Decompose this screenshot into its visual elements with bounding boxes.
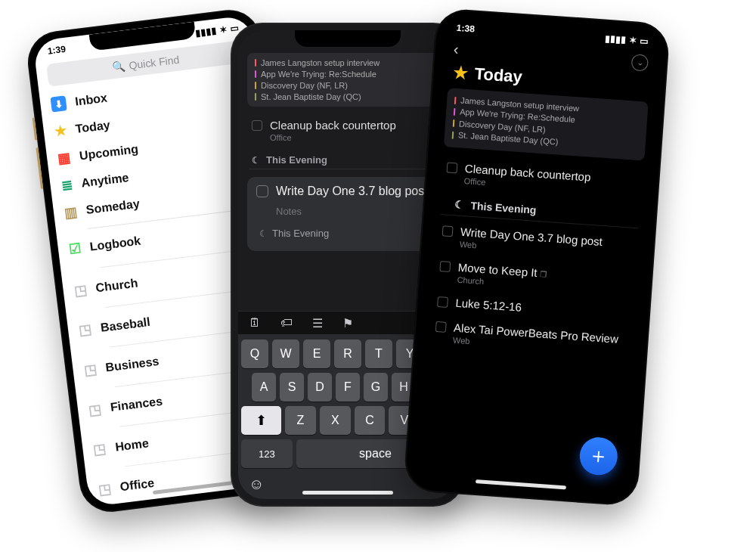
checkbox[interactable]: [439, 261, 451, 272]
signal-icon: ▮▮▮▮: [605, 33, 627, 45]
key-a[interactable]: A: [252, 373, 276, 402]
star-icon: ★: [453, 63, 469, 83]
task-title: Luke 5:12-16: [455, 296, 522, 313]
battery-icon: ▭: [229, 23, 239, 34]
checkbox[interactable]: [435, 321, 447, 332]
wifi-icon: ✶: [629, 35, 637, 46]
key-q[interactable]: Q: [241, 340, 268, 368]
area-label: Finances: [110, 395, 163, 414]
key-t[interactable]: T: [365, 340, 392, 368]
key-w[interactable]: W: [272, 340, 299, 368]
title-label: Today: [474, 64, 523, 87]
editor-notes-placeholder[interactable]: Notes: [256, 198, 439, 228]
calendar-icon: ▦: [57, 149, 72, 167]
key-s[interactable]: S: [280, 373, 304, 402]
key-123[interactable]: 123: [241, 439, 293, 468]
wifi-icon: ✶: [218, 24, 228, 36]
editor-title-input[interactable]: Write Day One 3.7 blog post: [276, 185, 428, 198]
area-icon: ◳: [98, 480, 113, 498]
sidebar-item-label: Upcoming: [79, 142, 139, 163]
add-task-button[interactable]: ＋: [578, 436, 618, 476]
sidebar-item-label: Logbook: [89, 234, 141, 254]
area-icon: ◳: [92, 440, 107, 458]
battery-icon: ▭: [640, 36, 649, 47]
key-c[interactable]: C: [355, 406, 386, 435]
checkbox[interactable]: [442, 225, 454, 237]
area-icon: ◳: [82, 361, 98, 379]
link-icon: ❐: [540, 270, 547, 279]
key-z[interactable]: Z: [285, 406, 316, 435]
sidebar-item-label: Someday: [85, 197, 141, 217]
back-button[interactable]: ‹: [453, 41, 459, 58]
area-label: Home: [114, 436, 149, 454]
editor-when-label: This Evening: [272, 228, 329, 239]
search-placeholder: Quick Find: [129, 54, 180, 72]
calendar-block[interactable]: James Langston setup interview App We're…: [247, 53, 448, 107]
checkbox[interactable]: [447, 162, 458, 173]
key-g[interactable]: G: [364, 373, 388, 402]
notch: [295, 30, 401, 47]
divider: [249, 169, 447, 169]
task-row[interactable]: Cleanup back countertop Office: [238, 113, 457, 148]
area-label: Office: [119, 476, 155, 494]
editor-when-tag[interactable]: ☾ This Evening: [256, 228, 439, 239]
inbox-icon: ⬇: [50, 95, 67, 112]
section-title: This Evening: [470, 199, 537, 216]
moon-icon: ☾: [259, 228, 268, 239]
task-subtitle: Office: [270, 133, 396, 142]
calendar-event: James Langston setup interview: [261, 57, 380, 69]
logbook-icon: ☑: [68, 240, 82, 258]
signal-icon: ▮▮▮▮: [195, 25, 217, 38]
calendar-event: St. Jean Baptiste Day (QC): [261, 91, 361, 103]
area-label: Business: [105, 355, 160, 375]
key-shift[interactable]: ⬆: [241, 406, 281, 435]
checklist-icon[interactable]: ☰: [312, 316, 323, 330]
checkbox[interactable]: [437, 296, 448, 308]
search-icon: 🔍: [112, 60, 126, 73]
area-label: Baseball: [100, 315, 151, 335]
more-button[interactable]: ⌄: [631, 54, 649, 71]
status-time: 1:39: [47, 44, 67, 57]
calendar-icon[interactable]: 🗓: [249, 316, 261, 330]
key-d[interactable]: D: [308, 373, 332, 402]
section-header-evening: ☾ This Evening: [238, 148, 457, 169]
flag-icon[interactable]: ⚑: [342, 316, 353, 330]
calendar-event: App We're Trying: Re:Schedule: [261, 69, 376, 80]
area-label: Church: [95, 276, 139, 295]
moon-icon: ☾: [252, 155, 260, 166]
section-title: This Evening: [266, 154, 327, 166]
tag-icon[interactable]: 🏷: [280, 316, 293, 330]
area-icon: ◳: [78, 321, 93, 339]
calendar-event: Discovery Day (NF, LR): [261, 80, 348, 91]
phone-black-today: 1:38 ➤ ▮▮▮▮ ✶ ▭ ‹ ⌄ ★ Today James Langst…: [403, 8, 671, 507]
task-title: Cleanup back countertop: [270, 119, 396, 132]
key-f[interactable]: F: [336, 373, 360, 402]
area-icon: ◳: [73, 281, 88, 299]
home-indicator[interactable]: [302, 491, 393, 495]
key-x[interactable]: X: [320, 406, 351, 435]
home-indicator[interactable]: [476, 479, 566, 489]
moon-icon: ☾: [454, 198, 465, 211]
stack-icon: ≣: [60, 176, 73, 194]
sidebar-item-label: Anytime: [81, 171, 130, 191]
sidebar-item-label: Inbox: [74, 91, 108, 109]
sidebar-item-label: Today: [75, 118, 111, 135]
key-r[interactable]: R: [334, 340, 361, 368]
checkbox[interactable]: [252, 120, 262, 131]
task-editor-card[interactable]: Write Day One 3.7 blog post Notes ☾ This…: [247, 177, 448, 251]
emoji-key[interactable]: ☺: [249, 476, 264, 493]
status-time: 1:38: [456, 23, 475, 35]
drawer-icon: ▥: [64, 203, 79, 222]
star-icon: ★: [54, 122, 68, 140]
area-icon: ◳: [88, 401, 103, 419]
checkbox[interactable]: [256, 185, 268, 197]
key-e[interactable]: E: [303, 340, 330, 368]
